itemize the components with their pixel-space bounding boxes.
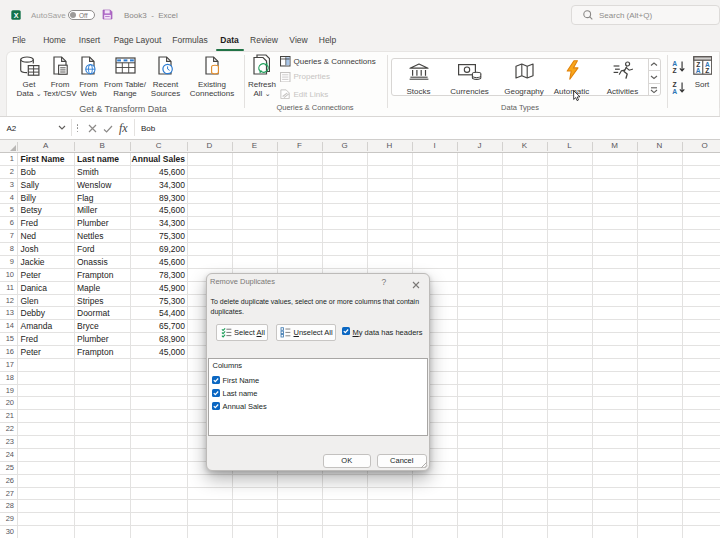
svg-text:Z: Z: [672, 66, 676, 72]
svg-text:Z: Z: [705, 67, 709, 74]
svg-text:A: A: [695, 67, 700, 74]
svg-text:A: A: [672, 87, 677, 93]
svg-text:X: X: [14, 11, 19, 19]
